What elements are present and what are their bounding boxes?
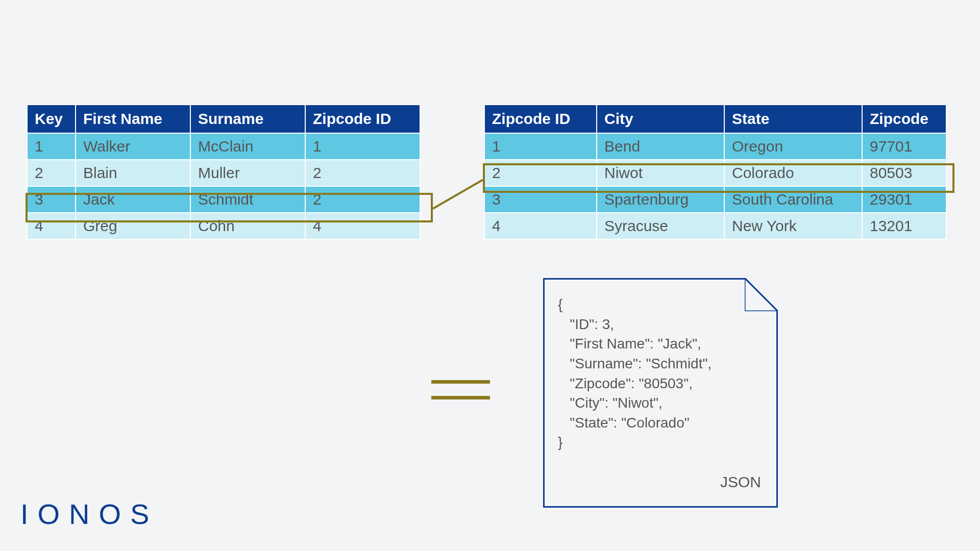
table-cell: McClain <box>190 133 305 160</box>
table-cell: 4 <box>305 213 420 239</box>
ionos-logo: IONOS <box>20 497 158 531</box>
col-zipcodeid: Zipcode ID <box>305 105 420 133</box>
table-row: 3SpartenburgSouth Carolina29301 <box>484 186 946 213</box>
table-cell: Bend <box>597 133 724 160</box>
col-zipcode: Zipcode <box>862 105 946 133</box>
table-row: 1BendOregon97701 <box>484 133 946 160</box>
table-cell: 3 <box>484 186 597 213</box>
table-cell: Greg <box>76 213 190 239</box>
table-cell: 3 <box>27 186 76 213</box>
table-cell: South Carolina <box>724 186 862 213</box>
col-city: City <box>597 105 724 133</box>
table-cell: 29301 <box>862 186 946 213</box>
join-connector-line <box>432 179 483 210</box>
table-cell: 80503 <box>862 160 946 186</box>
table-cell: 2 <box>27 160 76 186</box>
table-cell: Blain <box>76 160 190 186</box>
page-fold-icon <box>745 278 778 311</box>
json-label: JSON <box>720 473 761 491</box>
table-cell: 4 <box>484 213 597 239</box>
table-row: 2NiwotColorado80503 <box>484 160 946 186</box>
table-cell: Syracuse <box>597 213 724 239</box>
equals-icon <box>431 380 490 412</box>
col-surname: Surname <box>190 105 305 133</box>
col-key: Key <box>27 105 76 133</box>
table-cell: Spartenburg <box>597 186 724 213</box>
table-row: 1WalkerMcClain1 <box>27 133 420 160</box>
table-cell: New York <box>724 213 862 239</box>
col-zipcodeid: Zipcode ID <box>484 105 597 133</box>
zipcodes-table: Zipcode ID City State Zipcode 1BendOrego… <box>484 104 947 240</box>
table-cell: 2 <box>305 186 420 213</box>
table-cell: 1 <box>27 133 76 160</box>
json-content: { "ID": 3, "First Name": "Jack", "Surnam… <box>558 295 763 453</box>
table-row: 2BlainMuller2 <box>27 160 420 186</box>
col-state: State <box>724 105 862 133</box>
table-cell: 13201 <box>862 213 946 239</box>
table-cell: 2 <box>305 160 420 186</box>
col-firstname: First Name <box>76 105 190 133</box>
table-cell: Oregon <box>724 133 862 160</box>
table-cell: 1 <box>305 133 420 160</box>
table-cell: Muller <box>190 160 305 186</box>
table-cell: Niwot <box>597 160 724 186</box>
table-cell: 97701 <box>862 133 946 160</box>
table-row: 4SyracuseNew York13201 <box>484 213 946 239</box>
table-cell: 2 <box>484 160 597 186</box>
table-cell: Colorado <box>724 160 862 186</box>
json-document: { "ID": 3, "First Name": "Jack", "Surnam… <box>543 278 778 508</box>
table-cell: Cohn <box>190 213 305 239</box>
table-cell: 4 <box>27 213 76 239</box>
table-cell: 1 <box>484 133 597 160</box>
people-table: Key First Name Surname Zipcode ID 1Walke… <box>27 104 421 240</box>
table-cell: Schmidt <box>190 186 305 213</box>
table-row: 4GregCohn4 <box>27 213 420 239</box>
table-row: 3JackSchmidt2 <box>27 186 420 213</box>
table-cell: Jack <box>76 186 190 213</box>
table-cell: Walker <box>76 133 190 160</box>
